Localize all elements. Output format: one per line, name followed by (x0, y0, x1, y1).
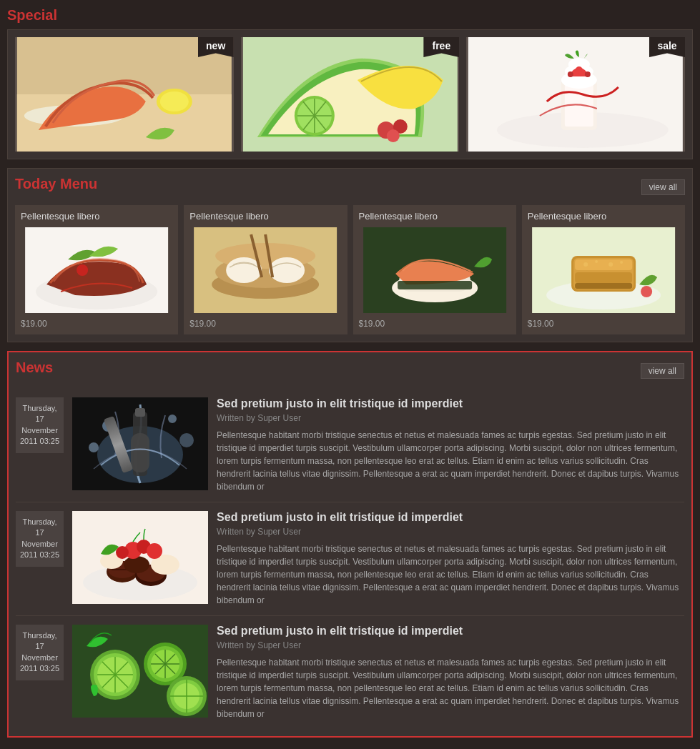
news-image-1 (72, 397, 208, 490)
svg-point-23 (576, 66, 583, 74)
news-date-3: Thursday,17November2011 03:25 (16, 625, 64, 680)
svg-point-49 (608, 262, 613, 267)
news-author-1: Written by Super User (217, 413, 684, 423)
svg-point-57 (89, 442, 99, 452)
svg-rect-46 (575, 283, 632, 289)
svg-point-56 (179, 433, 194, 447)
menu-section: Today Menu view all Pellentesque libero (7, 168, 693, 342)
menu-item-3-title: Pellentesque libero (359, 211, 511, 222)
svg-rect-45 (575, 272, 632, 283)
svg-point-73 (147, 543, 162, 559)
svg-rect-59 (131, 433, 149, 472)
menu-item-2[interactable]: Pellentesque libero (184, 205, 347, 334)
news-view-all-button[interactable]: view all (641, 363, 684, 379)
news-author-3: Written by Super User (217, 640, 684, 650)
svg-point-54 (102, 420, 114, 432)
special-item-new[interactable]: new (15, 37, 234, 152)
menu-item-4-title: Pellentesque libero (528, 211, 679, 222)
news-text-2: Pellentesque habitant morbi tristique se… (217, 542, 684, 607)
news-text-1: Pellentesque habitant morbi tristique se… (217, 429, 684, 493)
svg-point-47 (583, 262, 588, 267)
menu-item-4-price: $19.00 (528, 319, 679, 329)
special-item-sale[interactable]: sale (466, 37, 685, 152)
menu-item-1-title: Pellentesque libero (21, 211, 172, 222)
menu-item-3-image (359, 227, 511, 313)
svg-point-68 (124, 556, 149, 573)
news-content-1: Sed pretium justo in elit tristique id i… (217, 397, 684, 493)
svg-point-4 (160, 91, 189, 111)
menu-title: Today Menu (15, 176, 97, 192)
news-title-2[interactable]: Sed pretium justo in elit tristique id i… (217, 511, 684, 524)
menu-section-header: Today Menu view all (15, 176, 685, 198)
svg-point-55 (168, 415, 177, 423)
menu-item-1[interactable]: Pellentesque libero (15, 205, 178, 334)
news-item-1: Thursday,17November2011 03:25 (16, 389, 684, 502)
news-content-2: Sed pretium justo in elit tristique id i… (217, 511, 684, 607)
menu-item-3-price: $19.00 (359, 319, 511, 329)
news-item-2: Thursday,17November2011 03:25 (16, 502, 684, 616)
special-item-free[interactable]: free (241, 37, 460, 152)
menu-item-4-image (528, 227, 679, 313)
menu-item-4[interactable]: Pellentesque libero (522, 205, 685, 334)
page-wrapper: Special new (0, 0, 700, 745)
svg-rect-60 (135, 408, 145, 417)
news-title-3[interactable]: Sed pretium justo in elit tristique id i… (217, 625, 684, 638)
special-title: Special (7, 7, 693, 24)
news-image-2 (72, 511, 208, 604)
svg-point-51 (641, 286, 652, 297)
svg-point-24 (585, 71, 591, 77)
menu-item-1-price: $19.00 (21, 319, 172, 329)
news-section-header: News view all (16, 359, 684, 382)
news-date-1: Thursday,17November2011 03:25 (16, 397, 64, 453)
news-image-3 (72, 625, 208, 718)
news-section: News view all Thursday,17November2011 03… (7, 351, 693, 738)
menu-grid: Pellentesque libero (15, 205, 685, 334)
svg-point-22 (568, 71, 573, 77)
svg-rect-39 (398, 281, 472, 289)
news-author-2: Written by Super User (217, 527, 684, 537)
svg-point-48 (595, 260, 598, 263)
svg-point-33 (269, 257, 305, 283)
menu-item-3[interactable]: Pellentesque libero (353, 205, 516, 334)
menu-view-all-button[interactable]: view all (641, 179, 685, 195)
news-title: News (16, 359, 53, 376)
svg-point-50 (620, 261, 623, 264)
special-container: new (7, 29, 693, 159)
menu-item-2-title: Pellentesque libero (189, 211, 341, 222)
menu-item-2-image (189, 227, 341, 313)
news-title-1[interactable]: Sed pretium justo in elit tristique id i… (217, 397, 684, 410)
news-item-3: Thursday,17November2011 03:25 (16, 616, 684, 729)
svg-point-14 (387, 129, 400, 142)
news-date-2: Thursday,17November2011 03:25 (16, 511, 64, 567)
news-content-3: Sed pretium justo in elit tristique id i… (217, 625, 684, 720)
menu-item-1-image (21, 227, 172, 313)
special-section: Special new (7, 7, 693, 159)
news-text-3: Pellentesque habitant morbi tristique se… (217, 656, 684, 720)
menu-item-2-price: $19.00 (189, 319, 341, 329)
svg-point-27 (77, 264, 88, 276)
svg-rect-44 (575, 259, 632, 270)
